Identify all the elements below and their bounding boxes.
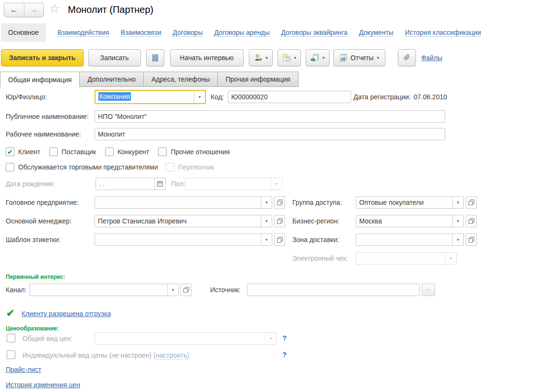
price-list-link[interactable]: Прайс-лист [6, 366, 42, 373]
head-company-combobox[interactable]: ▾ [95, 196, 272, 209]
channel-label: Канал: [6, 286, 27, 294]
channel-combobox[interactable]: ▾ [30, 284, 179, 296]
head-company-dropdown-button[interactable]: ▾ [261, 197, 272, 208]
individual-price-help-link[interactable]: ? [282, 350, 287, 359]
head-company-value [95, 197, 261, 208]
access-group-open-button[interactable] [466, 196, 477, 209]
main-manager-dropdown-button[interactable]: ▾ [261, 215, 272, 227]
other-relations-checkbox[interactable] [158, 148, 167, 156]
shipment-allowed-link[interactable]: Клиенту разрешена отгрузка [21, 310, 111, 318]
individual-price-label: Индивидуальный вид цены (не настроен) (н… [22, 351, 189, 359]
tab-general-info[interactable]: Общая информация [0, 72, 80, 87]
chevron-down-icon: ▾ [457, 237, 459, 242]
electronic-receipt-label: Электронный чек: [292, 254, 348, 262]
report-chart-icon [340, 54, 347, 62]
nav-item-rent-contracts[interactable]: Договоры аренды [214, 29, 269, 37]
nav-item-interactions[interactable]: Взаимодействия [57, 29, 109, 37]
registration-date-label: Дата регистрации: [353, 93, 411, 101]
open-form-icon [469, 218, 474, 224]
working-name-input[interactable] [95, 128, 445, 140]
files-link[interactable]: Файлы [421, 54, 442, 62]
delivery-zone-label: Зона доставки: [292, 236, 339, 244]
start-interview-button[interactable]: Начать интервью [170, 49, 244, 66]
client-checkbox[interactable]: ✔ [6, 148, 14, 156]
common-price-help-link[interactable]: ? [282, 334, 287, 342]
save-close-button[interactable]: Записать и закрыть [1, 49, 84, 66]
business-region-open-button[interactable] [466, 215, 477, 227]
common-price-checkbox[interactable] [7, 334, 15, 342]
nav-item-documents[interactable]: Документы [359, 29, 394, 37]
served-by-reps-label: Обслуживается торговыми представителями [18, 163, 158, 171]
other-relations-checkbox-item: Прочие отношения [158, 148, 230, 156]
nav-item-contracts[interactable]: Договоры [173, 29, 203, 37]
forward-button[interactable]: → [24, 3, 43, 17]
legal-type-combobox[interactable]: Компания ▾ [95, 90, 206, 104]
attachments-button[interactable] [398, 49, 416, 66]
business-region-value: Москва [356, 215, 452, 227]
calendar-button[interactable] [154, 178, 165, 190]
label-template-combobox[interactable]: ▾ [95, 233, 272, 246]
channel-open-button[interactable] [181, 284, 192, 296]
nav-item-main[interactable]: Основное [1, 23, 46, 42]
birth-date-label: Дата рождения: [6, 180, 55, 188]
access-group-combobox[interactable]: Оптовые покупатели ▾ [356, 196, 464, 209]
delivery-zone-open-button[interactable] [466, 233, 477, 246]
save-button[interactable]: Записать [88, 49, 141, 66]
schedule-document-button[interactable]: ▾ [278, 49, 301, 66]
access-group-dropdown-button[interactable]: ▾ [452, 197, 463, 208]
source-input[interactable] [247, 284, 420, 296]
create-based-on-button[interactable]: ▾ [306, 49, 330, 66]
head-company-open-button[interactable] [274, 196, 285, 209]
relation-types-row: ✔ Клиент Поставщик Конкурент Прочие отно… [6, 148, 230, 156]
label-template-value [95, 234, 261, 245]
competitor-checkbox-item: Конкурент [105, 148, 150, 156]
competitor-checkbox[interactable] [105, 148, 114, 156]
business-region-dropdown-button[interactable]: ▾ [452, 215, 463, 227]
supplier-checkbox-label: Поставщик [62, 148, 96, 156]
configure-price-link[interactable]: настроить [156, 351, 187, 360]
tab-other-info[interactable]: Прочая информация [217, 72, 298, 87]
main-manager-open-button[interactable] [274, 215, 285, 227]
delivery-zone-combobox[interactable]: ▾ [356, 233, 464, 246]
birth-date-input[interactable] [96, 178, 154, 190]
tab-additional[interactable]: Дополнительно [79, 72, 144, 87]
main-manager-label: Основной менеджер: [6, 217, 72, 225]
ellipsis-icon: ... [426, 285, 431, 292]
chevron-down-icon: ▾ [276, 181, 278, 186]
add-contact-person-button[interactable]: ▾ [249, 49, 273, 66]
gender-dropdown-button: ▾ [271, 178, 282, 190]
legal-type-dropdown-button[interactable]: ▾ [194, 91, 205, 103]
chevron-down-icon: ▾ [457, 219, 459, 223]
supplier-checkbox[interactable] [49, 148, 58, 156]
served-by-reps-checkbox[interactable] [6, 163, 14, 171]
document-green-arrow-icon [310, 54, 319, 62]
back-button[interactable]: ← [4, 3, 24, 17]
channel-dropdown-button[interactable]: ▾ [167, 284, 178, 296]
chevron-down-icon: ▾ [266, 237, 268, 242]
business-region-combobox[interactable]: Москва ▾ [356, 215, 464, 227]
nav-item-relations[interactable]: Взаимосвязи [121, 29, 161, 37]
nav-item-classification-history[interactable]: История классификации [405, 29, 481, 37]
document-clock-icon [282, 54, 291, 62]
individual-price-checkbox[interactable] [7, 350, 15, 359]
public-name-input[interactable] [95, 110, 445, 123]
dropdown-caret-icon: ▾ [377, 56, 379, 60]
price-history-link[interactable]: История изменения цен [6, 381, 80, 389]
favorite-star-icon[interactable]: ☆ [49, 2, 60, 15]
birth-date-field[interactable] [96, 178, 166, 190]
reports-button[interactable]: Отчеты ▾ [333, 49, 385, 66]
label-template-dropdown-button[interactable]: ▾ [261, 234, 272, 245]
common-price-value [95, 333, 265, 344]
chevron-down-icon: ▾ [270, 336, 272, 341]
delivery-zone-dropdown-button[interactable]: ▾ [452, 234, 463, 245]
tab-strip: Общая информация Дополнительно Адреса, т… [0, 72, 299, 86]
show-in-list-button[interactable] [146, 49, 164, 66]
registration-date: Дата регистрации: 07.06.2010 [353, 93, 447, 101]
chevron-down-icon: ▾ [450, 256, 452, 261]
main-manager-combobox[interactable]: Петров Станислав Игоревич ▾ [95, 215, 272, 227]
code-input[interactable] [228, 91, 351, 103]
tab-addresses-phones[interactable]: Адреса, телефоны [143, 72, 218, 87]
source-select-button[interactable]: ... [422, 284, 435, 296]
nav-item-acquiring-contracts[interactable]: Договоры эквайринга [281, 29, 348, 37]
label-template-open-button[interactable] [274, 233, 285, 246]
